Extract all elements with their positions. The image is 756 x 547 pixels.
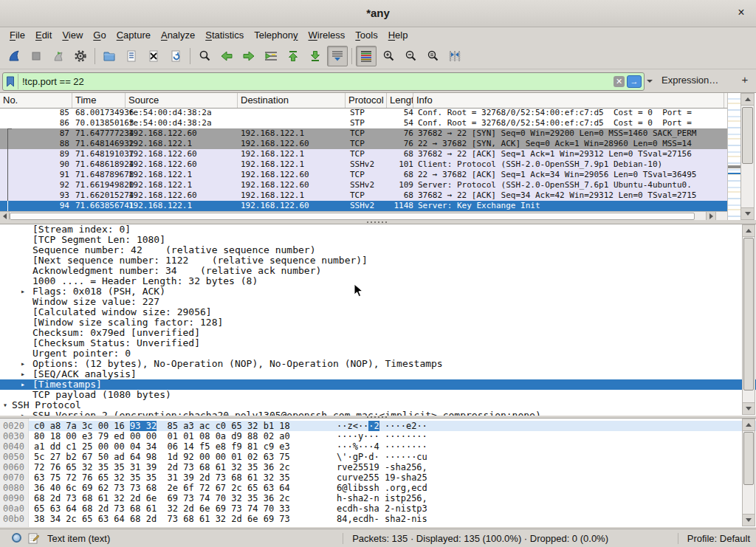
menu-item-statistics[interactable]: Statistics [200,28,249,42]
close-file-button[interactable] [143,46,164,66]
detail-line[interactable]: Acknowledgment number: 34 (relative ack … [0,266,756,276]
hex-row-0090[interactable]: 009068 2d 73 68 61 32 2d 6e 69 73 74 70 … [0,493,756,503]
packet-row-87[interactable]: 8771.647777234192.168.122.60192.168.122.… [0,128,727,139]
expression-button[interactable]: Expression… [662,75,718,86]
scroll-up-button[interactable] [743,419,755,431]
scroll-down-button[interactable] [743,514,755,526]
stop-capture-button[interactable] [26,46,47,66]
packet-row-93[interactable]: 9371.662015274192.168.122.60192.168.122.… [0,190,727,201]
add-filter-button[interactable]: + [738,72,752,87]
hex-row-0040[interactable]: 0040a1 dd c1 25 00 00 04 34 06 14 f5 e8 … [0,441,756,452]
column-header-destination[interactable]: Destination [238,93,346,108]
detail-line[interactable]: [Next sequence number: 1122 (relative se… [0,255,756,266]
detail-line[interactable]: [Stream index: 0] [0,224,756,235]
detail-line[interactable]: 1000 .... = Header Length: 32 bytes (8) [0,276,756,286]
start-capture-button[interactable] [4,46,24,66]
detail-line[interactable]: [TCP Segment Len: 1080] [0,235,756,245]
detail-line[interactable]: Urgent pointer: 0 [0,348,756,359]
column-header-time[interactable]: Time [72,93,126,108]
open-file-button[interactable] [99,46,120,66]
intelligent-scrollbar-minimap[interactable] [727,93,740,220]
capture-options-button[interactable] [70,46,91,66]
detail-line[interactable]: ▾SSH Protocol [0,400,756,410]
hex-row-0080[interactable]: 008036 40 6c 69 62 73 73 68 2e 6f 72 67 … [0,483,756,493]
collapse-icon[interactable]: ▾ [3,400,7,410]
menu-item-wireless[interactable]: Wireless [303,28,351,42]
find-packet-button[interactable] [194,46,215,66]
column-header-info[interactable]: Info [413,93,724,108]
menu-item-help[interactable]: Help [383,28,413,42]
title-bar[interactable]: *any × [0,0,756,27]
resize-columns-button[interactable] [444,46,465,66]
packet-row-86[interactable]: 8670.013850163fe:54:00:d4:38:2aSTP54Conf… [0,118,727,128]
zoom-reset-button[interactable] [422,46,443,66]
menu-item-edit[interactable]: Edit [30,28,57,42]
column-header-protocol[interactable]: Protocol [346,93,387,108]
packet-row-89[interactable]: 8971.648191037192.168.122.60192.168.122.… [0,149,727,159]
expert-info-icon[interactable] [12,533,21,543]
go-to-packet-button[interactable] [261,46,281,66]
bookmark-icon[interactable] [3,74,18,89]
expand-icon[interactable]: ▸ [21,286,25,297]
menu-item-go[interactable]: Go [88,28,111,42]
scroll-up-button[interactable] [741,94,754,106]
detail-pane-scrollbar[interactable] [742,224,755,415]
packet-row-88[interactable]: 8871.648146932192.168.122.1192.168.122.6… [0,139,727,149]
detail-line[interactable]: Window size value: 227 [0,297,756,307]
detail-line[interactable]: ▸Options: (12 bytes), No-Operation (NOP)… [0,359,756,369]
menu-item-tools[interactable]: Tools [350,28,382,42]
detail-line[interactable]: ▸[Timestamps] [0,379,756,390]
go-forward-button[interactable] [238,46,259,66]
hex-row-00a0[interactable]: 00a065 63 64 68 2d 73 68 61 32 2d 6e 69 … [0,503,756,514]
bytes-scroll-thumb[interactable] [743,432,754,485]
hscroll-thumb[interactable] [10,213,695,220]
profile-button[interactable]: Profile: Default [678,533,750,544]
detail-line[interactable]: ▸[SEQ/ACK analysis] [0,369,756,379]
column-header-source[interactable]: Source [126,93,238,108]
capture-comment-icon[interactable] [28,532,39,546]
zoom-out-button[interactable] [400,46,421,66]
detail-line[interactable]: [Calculated window size: 29056] [0,307,756,317]
menu-item-view[interactable]: View [57,28,88,42]
bytes-pane-scrollbar[interactable] [742,419,755,526]
hex-row-00b0[interactable]: 00b038 34 2c 65 63 64 68 2d 73 68 61 32 … [0,514,756,524]
hex-row-0050[interactable]: 00505c 27 b2 67 50 ad 64 98 1d 92 00 00 … [0,452,756,462]
detail-line[interactable]: [Window size scaling factor: 128] [0,317,756,328]
menu-item-file[interactable]: File [4,28,30,42]
vscroll-thumb[interactable] [742,107,753,164]
packet-list-vscrollbar[interactable] [740,93,755,220]
detail-line[interactable]: [Checksum Status: Unverified] [0,338,756,348]
hex-row-0070[interactable]: 007063 75 72 76 65 32 35 35 31 39 2d 73 … [0,472,756,483]
packet-row-85[interactable]: 8568.001734936fe:54:00:d4:38:2aSTP54Conf… [0,108,727,118]
save-file-button[interactable] [121,46,142,66]
detail-scroll-thumb[interactable] [743,238,754,391]
hex-row-0020[interactable]: 0020c0 a8 7a 3c 00 16 93 32 85 a3 ac c0 … [0,421,756,431]
hex-row-0030[interactable]: 003080 18 00 e3 79 ed 00 00 01 01 08 0a … [0,431,756,441]
apply-filter-button[interactable]: → [627,75,642,88]
menu-item-telephony[interactable]: Telephony [249,28,303,42]
packet-row-94[interactable]: 9471.663856741192.168.122.1192.168.122.6… [0,201,727,211]
go-last-packet-button[interactable] [305,46,326,66]
detail-line[interactable]: ▸Flags: 0x018 (PSH, ACK) [0,286,756,297]
column-header-length[interactable]: Length [387,93,413,108]
detail-line[interactable]: Sequence number: 42 (relative sequence n… [0,245,756,255]
scroll-down-button[interactable] [741,207,754,219]
hex-row-0060[interactable]: 006072 76 65 32 35 35 31 39 2d 73 68 61 … [0,462,756,472]
clear-filter-button[interactable]: ✕ [614,76,625,87]
go-first-packet-button[interactable] [283,46,303,66]
column-header-no[interactable]: No. [0,93,72,108]
packet-list-header[interactable]: No.TimeSourceDestinationProtocolLengthIn… [0,93,727,109]
menu-item-analyze[interactable]: Analyze [156,28,200,42]
packet-row-92[interactable]: 9271.661949820192.168.122.1192.168.122.6… [0,180,727,190]
detail-line[interactable]: TCP payload (1080 bytes) [0,390,756,400]
zoom-in-button[interactable] [378,46,399,66]
menu-item-capture[interactable]: Capture [111,28,156,42]
expand-icon[interactable]: ▸ [21,369,25,379]
auto-scroll-toggle[interactable] [327,46,348,66]
expand-icon[interactable]: ▸ [21,359,25,369]
go-back-button[interactable] [216,46,237,66]
scroll-down-button[interactable] [743,402,755,414]
colorize-toggle[interactable] [356,46,377,66]
packet-row-91[interactable]: 9171.648789678192.168.122.1192.168.122.6… [0,170,727,180]
close-window-button[interactable]: × [734,5,749,20]
